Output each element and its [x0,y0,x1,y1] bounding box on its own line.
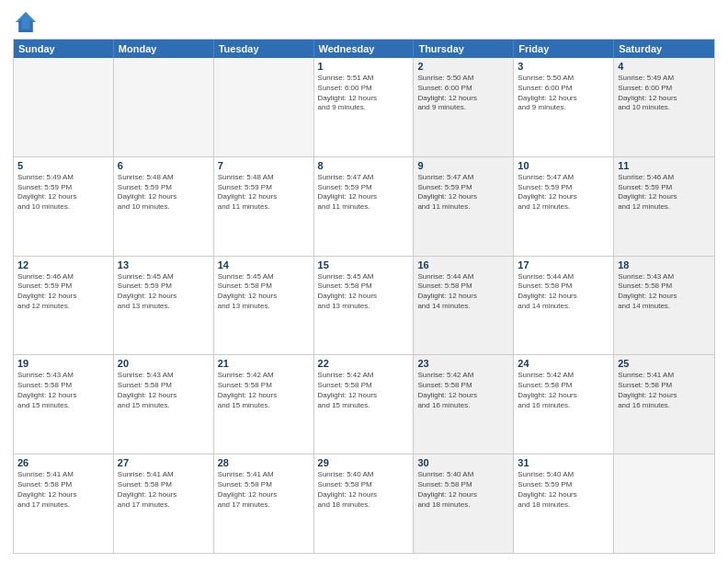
calendar-cell: 8Sunrise: 5:47 AM Sunset: 5:59 PM Daylig… [314,157,415,256]
day-number: 4 [618,61,711,72]
calendar-cell: 17Sunrise: 5:44 AM Sunset: 5:58 PM Dayli… [514,257,614,355]
day-number: 3 [518,61,609,72]
calendar-cell: 1Sunrise: 5:51 AM Sunset: 6:00 PM Daylig… [314,58,415,156]
calendar-cell: 31Sunrise: 5:40 AM Sunset: 5:59 PM Dayli… [514,454,614,553]
cell-info: Sunrise: 5:47 AM Sunset: 5:59 PM Dayligh… [417,173,509,213]
day-number: 14 [218,259,310,270]
calendar-cell: 13Sunrise: 5:45 AM Sunset: 5:59 PM Dayli… [114,257,214,355]
day-number: 19 [17,358,109,369]
header-day-thursday: Thursday [414,40,514,58]
calendar-cell [214,58,314,156]
calendar-cell: 3Sunrise: 5:50 AM Sunset: 6:00 PM Daylig… [514,58,614,156]
calendar-cell: 14Sunrise: 5:45 AM Sunset: 5:58 PM Dayli… [214,257,314,355]
calendar-cell: 23Sunrise: 5:42 AM Sunset: 5:58 PM Dayli… [414,355,514,454]
cell-info: Sunrise: 5:40 AM Sunset: 5:58 PM Dayligh… [417,470,509,510]
day-number: 13 [118,259,210,270]
calendar-cell: 24Sunrise: 5:42 AM Sunset: 5:58 PM Dayli… [514,355,614,454]
day-number: 12 [17,259,109,270]
calendar-cell [614,454,714,553]
calendar-cell: 16Sunrise: 5:44 AM Sunset: 5:58 PM Dayli… [414,257,514,355]
calendar-header: SundayMondayTuesdayWednesdayThursdayFrid… [14,40,714,58]
cell-info: Sunrise: 5:49 AM Sunset: 6:00 PM Dayligh… [618,74,711,113]
calendar-row: 19Sunrise: 5:43 AM Sunset: 5:58 PM Dayli… [14,354,714,454]
calendar-row: 26Sunrise: 5:41 AM Sunset: 5:58 PM Dayli… [14,454,714,553]
header-day-sunday: Sunday [14,40,114,58]
calendar-cell: 9Sunrise: 5:47 AM Sunset: 5:59 PM Daylig… [414,157,514,256]
calendar-cell: 29Sunrise: 5:40 AM Sunset: 5:58 PM Dayli… [314,454,415,553]
day-number: 15 [318,259,410,270]
day-number: 28 [218,457,310,468]
calendar-cell: 27Sunrise: 5:41 AM Sunset: 5:58 PM Dayli… [114,454,214,553]
calendar-cell [114,58,214,156]
calendar: SundayMondayTuesdayWednesdayThursdayFrid… [13,39,715,554]
calendar-cell: 10Sunrise: 5:47 AM Sunset: 5:59 PM Dayli… [514,157,614,256]
day-number: 27 [118,457,210,468]
day-number: 31 [518,457,609,468]
cell-info: Sunrise: 5:41 AM Sunset: 5:58 PM Dayligh… [618,371,711,410]
header-day-wednesday: Wednesday [314,40,415,58]
calendar-cell: 18Sunrise: 5:43 AM Sunset: 5:58 PM Dayli… [614,257,714,355]
cell-info: Sunrise: 5:41 AM Sunset: 5:58 PM Dayligh… [118,470,210,510]
day-number: 21 [218,358,310,369]
cell-info: Sunrise: 5:45 AM Sunset: 5:58 PM Dayligh… [218,272,310,312]
cell-info: Sunrise: 5:48 AM Sunset: 5:59 PM Dayligh… [218,173,310,213]
calendar-cell: 20Sunrise: 5:43 AM Sunset: 5:58 PM Dayli… [114,355,214,454]
day-number: 18 [618,259,711,270]
cell-info: Sunrise: 5:42 AM Sunset: 5:58 PM Dayligh… [318,371,410,410]
cell-info: Sunrise: 5:50 AM Sunset: 6:00 PM Dayligh… [518,74,609,113]
calendar-cell: 19Sunrise: 5:43 AM Sunset: 5:58 PM Dayli… [14,355,114,454]
header-day-tuesday: Tuesday [214,40,314,58]
header-day-friday: Friday [514,40,614,58]
day-number: 8 [318,160,410,171]
calendar-cell [14,58,114,156]
calendar-cell: 15Sunrise: 5:45 AM Sunset: 5:58 PM Dayli… [314,257,415,355]
calendar-cell: 6Sunrise: 5:48 AM Sunset: 5:59 PM Daylig… [114,157,214,256]
calendar-cell: 28Sunrise: 5:41 AM Sunset: 5:58 PM Dayli… [214,454,314,553]
logo-icon [13,9,39,35]
cell-info: Sunrise: 5:42 AM Sunset: 5:58 PM Dayligh… [518,371,609,410]
day-number: 23 [417,358,509,369]
cell-info: Sunrise: 5:43 AM Sunset: 5:58 PM Dayligh… [17,371,109,410]
cell-info: Sunrise: 5:48 AM Sunset: 5:59 PM Dayligh… [118,173,210,213]
day-number: 24 [518,358,609,369]
day-number: 17 [518,259,609,270]
header-day-monday: Monday [114,40,214,58]
calendar-cell: 21Sunrise: 5:42 AM Sunset: 5:58 PM Dayli… [214,355,314,454]
cell-info: Sunrise: 5:49 AM Sunset: 5:59 PM Dayligh… [17,173,109,213]
cell-info: Sunrise: 5:46 AM Sunset: 5:59 PM Dayligh… [618,173,711,213]
cell-info: Sunrise: 5:41 AM Sunset: 5:58 PM Dayligh… [218,470,310,510]
calendar-row: 12Sunrise: 5:46 AM Sunset: 5:59 PM Dayli… [14,256,714,355]
day-number: 7 [218,160,310,171]
day-number: 22 [318,358,410,369]
calendar-cell: 2Sunrise: 5:50 AM Sunset: 6:00 PM Daylig… [414,58,514,156]
day-number: 2 [417,61,509,72]
calendar-cell: 7Sunrise: 5:48 AM Sunset: 5:59 PM Daylig… [214,157,314,256]
cell-info: Sunrise: 5:46 AM Sunset: 5:59 PM Dayligh… [17,272,109,312]
day-number: 25 [618,358,711,369]
cell-info: Sunrise: 5:42 AM Sunset: 5:58 PM Dayligh… [218,371,310,410]
day-number: 5 [17,160,109,171]
day-number: 1 [318,61,410,72]
day-number: 10 [518,160,609,171]
calendar-cell: 22Sunrise: 5:42 AM Sunset: 5:58 PM Dayli… [314,355,415,454]
calendar-cell: 26Sunrise: 5:41 AM Sunset: 5:58 PM Dayli… [14,454,114,553]
cell-info: Sunrise: 5:42 AM Sunset: 5:58 PM Dayligh… [417,371,509,410]
day-number: 30 [417,457,509,468]
calendar-cell: 11Sunrise: 5:46 AM Sunset: 5:59 PM Dayli… [614,157,714,256]
cell-info: Sunrise: 5:40 AM Sunset: 5:58 PM Dayligh… [318,470,410,510]
cell-info: Sunrise: 5:45 AM Sunset: 5:59 PM Dayligh… [118,272,210,312]
calendar-cell: 25Sunrise: 5:41 AM Sunset: 5:58 PM Dayli… [614,355,714,454]
cell-info: Sunrise: 5:43 AM Sunset: 5:58 PM Dayligh… [618,272,711,312]
day-number: 29 [318,457,410,468]
calendar-cell: 12Sunrise: 5:46 AM Sunset: 5:59 PM Dayli… [14,257,114,355]
day-number: 20 [118,358,210,369]
page: SundayMondayTuesdayWednesdayThursdayFrid… [0,0,728,563]
cell-info: Sunrise: 5:44 AM Sunset: 5:58 PM Dayligh… [417,272,509,312]
header [13,9,715,35]
day-number: 26 [17,457,109,468]
day-number: 11 [618,160,711,171]
cell-info: Sunrise: 5:40 AM Sunset: 5:59 PM Dayligh… [518,470,609,510]
cell-info: Sunrise: 5:45 AM Sunset: 5:58 PM Dayligh… [318,272,410,312]
header-day-saturday: Saturday [614,40,714,58]
calendar-cell: 5Sunrise: 5:49 AM Sunset: 5:59 PM Daylig… [14,157,114,256]
